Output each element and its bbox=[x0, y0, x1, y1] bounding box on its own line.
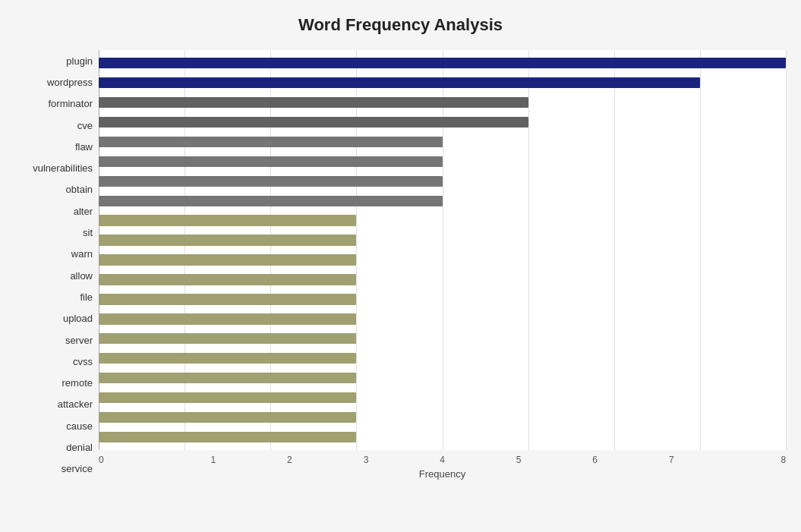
y-label-cause: cause bbox=[66, 415, 93, 436]
y-label-allow: allow bbox=[70, 265, 93, 286]
y-label-warn: warn bbox=[71, 244, 93, 265]
bar-warn bbox=[99, 235, 356, 245]
bar-row-wordpress bbox=[99, 73, 786, 93]
bar-forminator bbox=[99, 97, 528, 108]
bar-cause bbox=[99, 392, 356, 403]
y-label-denial: denial bbox=[66, 436, 93, 458]
y-label-file: file bbox=[80, 286, 93, 307]
bar-row-sit bbox=[99, 211, 786, 231]
y-label-cvss: cvss bbox=[73, 351, 93, 372]
y-label-attacker: attacker bbox=[58, 394, 93, 415]
bar-row-flaw bbox=[99, 132, 786, 152]
bar-wordpress bbox=[99, 77, 700, 88]
bar-row-vulnerabilities bbox=[99, 152, 786, 172]
x-tick-7: 7 bbox=[633, 455, 710, 465]
x-tick-1: 1 bbox=[175, 455, 252, 465]
x-axis-label: Frequency bbox=[99, 468, 786, 480]
y-label-cve: cve bbox=[77, 115, 93, 136]
y-label-plugin: plugin bbox=[66, 50, 93, 71]
bar-row-cve bbox=[99, 112, 786, 132]
bar-row-file bbox=[99, 269, 786, 289]
bar-row-allow bbox=[99, 250, 786, 270]
bar-alter bbox=[99, 196, 443, 206]
bar-vulnerabilities bbox=[99, 156, 443, 167]
y-label-remote: remote bbox=[62, 372, 93, 393]
bar-row-denial bbox=[99, 408, 786, 427]
y-label-sit: sit bbox=[83, 222, 93, 243]
bar-row-cvss bbox=[99, 329, 786, 348]
y-label-obtain: obtain bbox=[66, 179, 93, 200]
bar-allow bbox=[99, 254, 356, 265]
x-tick-2: 2 bbox=[251, 455, 328, 465]
y-label-wordpress: wordpress bbox=[47, 71, 93, 93]
bar-denial bbox=[99, 412, 356, 423]
bar-obtain bbox=[99, 176, 443, 187]
bar-row-remote bbox=[99, 348, 786, 368]
x-tick-8: 8 bbox=[710, 455, 787, 465]
bar-row-plugin bbox=[99, 53, 786, 73]
x-tick-5: 5 bbox=[481, 455, 557, 465]
y-label-alter: alter bbox=[74, 200, 93, 222]
bars-area bbox=[99, 50, 786, 450]
bars-section: 012345678 Frequency bbox=[99, 50, 786, 480]
bar-row-obtain bbox=[99, 172, 786, 191]
bar-cvss bbox=[99, 333, 356, 344]
bar-row-service bbox=[99, 427, 786, 447]
bar-cve bbox=[99, 117, 528, 127]
bar-file bbox=[99, 274, 356, 285]
x-tick-4: 4 bbox=[404, 455, 481, 465]
bar-row-server bbox=[99, 309, 786, 329]
bar-remote bbox=[99, 353, 356, 364]
bar-row-upload bbox=[99, 289, 786, 309]
y-axis-labels: pluginwordpressforminatorcveflawvulnerab… bbox=[15, 50, 99, 480]
bar-upload bbox=[99, 294, 356, 304]
y-label-vulnerabilities: vulnerabilities bbox=[33, 157, 93, 178]
y-label-service: service bbox=[61, 458, 93, 480]
x-tick-6: 6 bbox=[557, 455, 633, 465]
y-label-upload: upload bbox=[63, 308, 93, 329]
y-label-server: server bbox=[65, 329, 93, 351]
bar-flaw bbox=[99, 137, 443, 147]
bar-service bbox=[99, 432, 356, 442]
bar-row-warn bbox=[99, 231, 786, 250]
bar-row-cause bbox=[99, 388, 786, 408]
bar-server bbox=[99, 313, 356, 324]
bar-row-forminator bbox=[99, 93, 786, 112]
x-axis: 012345678 bbox=[99, 450, 786, 465]
bar-row-attacker bbox=[99, 368, 786, 388]
x-tick-3: 3 bbox=[328, 455, 405, 465]
y-label-flaw: flaw bbox=[75, 136, 93, 157]
x-tick-0: 0 bbox=[99, 455, 175, 465]
bar-row-alter bbox=[99, 191, 786, 211]
chart-container: Word Frequency Analysis pluginwordpressf… bbox=[0, 0, 801, 532]
grid-line-8 bbox=[786, 50, 787, 450]
y-label-forminator: forminator bbox=[48, 93, 93, 115]
bar-sit bbox=[99, 215, 356, 225]
chart-title: Word Frequency Analysis bbox=[15, 15, 786, 35]
bar-attacker bbox=[99, 373, 356, 383]
bar-plugin bbox=[99, 58, 786, 68]
